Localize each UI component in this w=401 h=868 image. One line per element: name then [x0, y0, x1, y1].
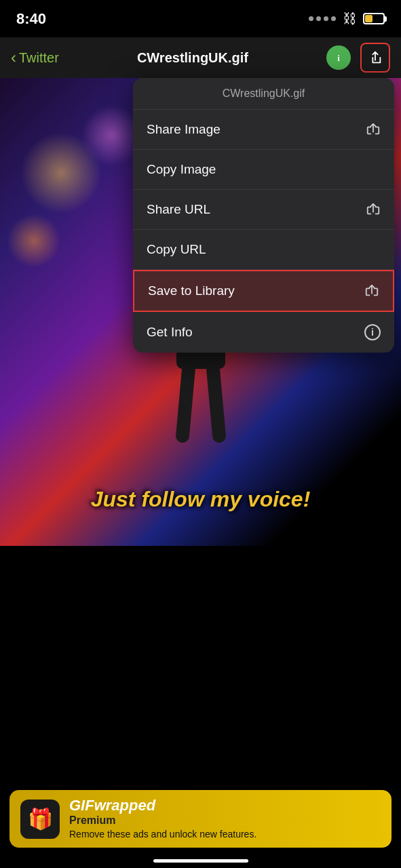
battery-body: [363, 13, 385, 24]
battery-fill: [365, 15, 373, 22]
menu-item-copy-image[interactable]: Copy Image: [133, 150, 394, 190]
svg-line-6: [183, 369, 189, 436]
gif-subtitle: Just follow my voice!: [91, 487, 311, 512]
menu-item-copy-image-label: Copy Image: [147, 162, 216, 177]
menu-item-get-info-label: Get Info: [147, 325, 193, 340]
nav-bar: ‹ Twitter CWrestlingUK.gif i: [0, 37, 401, 78]
link-icon: ⛓: [343, 11, 356, 26]
signal-dot-2: [316, 16, 321, 21]
menu-item-copy-url-label: Copy URL: [147, 242, 206, 257]
bokeh-4: [7, 214, 61, 268]
menu-item-get-info[interactable]: Get Info i: [133, 312, 394, 353]
dropdown-menu: CWrestlingUK.gif Share Image Copy Image …: [133, 78, 394, 353]
back-arrow-icon: ‹: [11, 48, 16, 67]
get-info-icon: i: [364, 324, 381, 340]
menu-item-copy-url[interactable]: Copy URL: [133, 230, 394, 270]
back-label: Twitter: [19, 50, 59, 66]
ad-premium-label: Premium: [69, 814, 115, 826]
svg-text:i: i: [337, 54, 340, 63]
signal-dot-1: [309, 16, 313, 21]
menu-item-save-library[interactable]: Save to Library: [133, 270, 394, 312]
save-library-icon: [364, 283, 379, 298]
menu-item-share-image[interactable]: Share Image: [133, 110, 394, 150]
home-indicator: [153, 859, 248, 863]
svg-line-7: [213, 369, 219, 436]
share-icon: [368, 50, 383, 65]
menu-item-share-image-label: Share Image: [147, 122, 221, 137]
status-icons: ⛓: [309, 11, 385, 26]
menu-item-save-library-label: Save to Library: [148, 283, 235, 298]
signal-dot-3: [324, 16, 328, 21]
status-bar: 8:40 ⛓: [0, 0, 401, 37]
ad-text-block: GIFwrapped Premium Remove these ads and …: [69, 797, 256, 840]
menu-item-share-url[interactable]: Share URL: [133, 190, 394, 230]
ad-appname-label: GIFwrapped: [69, 797, 155, 814]
ad-app-name: GIFwrapped Premium: [69, 797, 256, 827]
battery-indicator: [363, 13, 385, 24]
dark-area: [0, 546, 401, 814]
page-title: CWrestlingUK.gif: [67, 50, 318, 66]
nav-actions: i: [326, 43, 390, 73]
share-button[interactable]: [360, 43, 390, 73]
dropdown-filename: CWrestlingUK.gif: [133, 78, 394, 110]
ad-app-icon: 🎁: [20, 800, 60, 839]
menu-item-share-url-label: Share URL: [147, 202, 210, 217]
info-icon: i: [331, 50, 346, 65]
back-button[interactable]: ‹ Twitter: [11, 48, 59, 67]
share-image-icon: [366, 122, 381, 137]
info-button[interactable]: i: [326, 45, 351, 70]
status-time: 8:40: [16, 10, 46, 28]
ad-description: Remove these ads and unlock new features…: [69, 828, 256, 840]
signal-dots: [309, 16, 336, 21]
ad-icon-glyph: 🎁: [28, 807, 53, 831]
signal-dot-4: [331, 16, 336, 21]
ad-banner[interactable]: 🎁 GIFwrapped Premium Remove these ads an…: [9, 790, 392, 848]
share-url-icon: [366, 202, 381, 217]
